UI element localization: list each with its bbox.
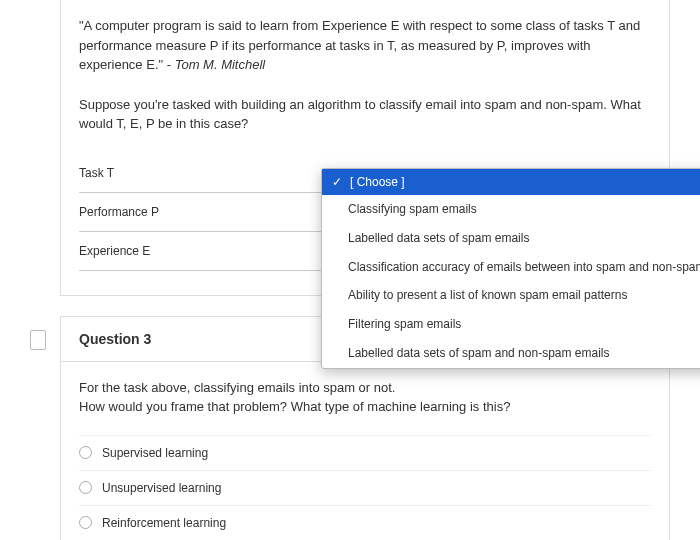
dropdown-option[interactable]: Classification accuracy of emails betwee… [322,253,700,282]
option-label: Unsupervised learning [102,481,221,495]
answer-dropdown[interactable]: ✓ [ Choose ] Classifying spam emails Lab… [321,168,700,369]
option-label: Supervised learning [102,446,208,460]
question-bookmark-icon[interactable] [30,330,46,350]
dropdown-option[interactable]: Labelled data sets of spam and non-spam … [322,339,700,368]
radio-option[interactable]: Reinforcement learning [79,505,651,540]
dropdown-selected-text: [ Choose ] [350,175,405,189]
row-label-p: Performance P [79,205,299,219]
row-label-t: Task T [79,166,299,180]
question-title: Question 3 [79,331,151,347]
radio-icon [79,446,92,459]
quote-block: "A computer program is said to learn fro… [79,16,651,75]
quote-text: "A computer program is said to learn fro… [79,18,640,72]
prompt-line-2: How would you frame that problem? What t… [79,399,510,414]
dropdown-option[interactable]: Classifying spam emails [322,195,700,224]
dropdown-selected[interactable]: ✓ [ Choose ] [322,169,700,195]
radio-option[interactable]: Supervised learning [79,435,651,470]
prompt-line-1: For the task above, classifying emails i… [79,380,395,395]
row-label-e: Experience E [79,244,299,258]
dropdown-option[interactable]: Labelled data sets of spam emails [322,224,700,253]
question-2-card: "A computer program is said to learn fro… [60,0,670,296]
quote-author: Tom M. Mitchell [175,57,266,72]
dropdown-option[interactable]: Filtering spam emails [322,310,700,339]
question-prompt: Suppose you're tasked with building an a… [79,95,651,134]
option-label: Reinforcement learning [102,516,226,530]
radio-icon [79,516,92,529]
dropdown-option[interactable]: Ability to present a list of known spam … [322,281,700,310]
question-3-prompt: For the task above, classifying emails i… [79,378,651,417]
check-icon: ✓ [332,175,344,189]
radio-option[interactable]: Unsupervised learning [79,470,651,505]
radio-icon [79,481,92,494]
